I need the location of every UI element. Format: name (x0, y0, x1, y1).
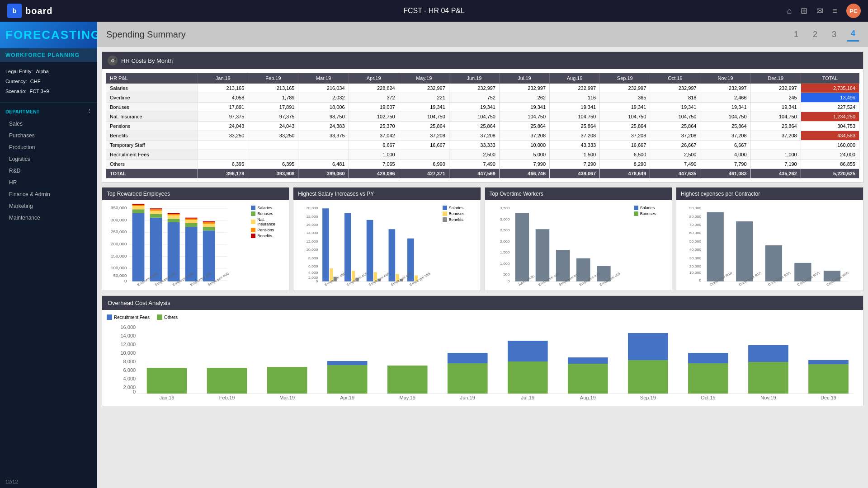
comment-icon[interactable]: ✉ (816, 6, 823, 16)
cell-value: 2,500 (449, 150, 499, 160)
top-rewarded-legend: Salaries Bonuses Nat. Insurance Pensions (249, 204, 285, 287)
svg-rect-130 (327, 361, 368, 365)
col-jul-19: Jul.19 (499, 73, 549, 84)
forecasting-label: FORECASTING (5, 28, 92, 42)
panel-icon: ⚙ (108, 56, 118, 66)
home-icon[interactable]: ⌂ (787, 6, 792, 16)
svg-rect-27 (168, 216, 180, 219)
sidebar-item-financeadmin[interactable]: Finance & Admin (0, 188, 97, 200)
sidebar-item-marketing[interactable]: Marketing (0, 200, 97, 212)
cell-value: 227,524 (801, 103, 859, 112)
page-tab-4[interactable]: 4 (847, 27, 859, 42)
svg-rect-134 (508, 361, 548, 394)
bonuses-label: Bonuses (257, 211, 273, 216)
page-title: FCST - HR 04 P&L (403, 7, 465, 15)
page-tab-2[interactable]: 2 (809, 28, 821, 41)
table-row: Nat. Insurance97,37597,37598,750102,7501… (106, 112, 859, 122)
benefits-color (251, 234, 255, 238)
svg-rect-39 (203, 221, 215, 222)
user-avatar[interactable]: PC (846, 4, 861, 18)
cell-value: 216,034 (298, 84, 349, 93)
sidebar-item-logistics[interactable]: Logistics (0, 153, 97, 165)
top-overtime-chart: 3,500 3,000 2,500 2,000 1,500 1,000 500 … (489, 204, 632, 287)
overhead-title: Overhead Cost Analysis (108, 300, 170, 306)
cell-value: 818 (650, 93, 700, 103)
svg-text:0: 0 (133, 389, 136, 394)
svg-rect-108 (765, 245, 782, 282)
cell-value: 5,220,625 (801, 169, 859, 178)
svg-rect-126 (147, 368, 187, 394)
col-nov-19: Nov.19 (700, 73, 750, 84)
svg-text:2,000: 2,000 (500, 240, 510, 244)
svg-rect-85 (515, 213, 529, 281)
highest-salary-panel: Highest Salary Increases vs PY 20,000 18… (293, 187, 481, 291)
pensions-color (251, 228, 255, 232)
main-content: Spending Summary 1234 ⚙ HR Costs By Mont… (97, 22, 868, 488)
sidebar-item-purchases[interactable]: Purchases (0, 130, 97, 141)
svg-text:60,000: 60,000 (689, 231, 701, 235)
overhead-panel: Overhead Cost Analysis Recruitment Fees … (102, 296, 863, 406)
cell-value: 97,375 (198, 112, 248, 122)
cell-value: 24,383 (298, 122, 349, 131)
department-options-icon[interactable]: ⋮ (87, 108, 92, 114)
logo-letter: b (13, 7, 17, 14)
hr-costs-table-container: HR P&LJan.19Feb.19Mar.19Apr.19May.19Jun.… (102, 69, 863, 182)
sidebar-item-rd[interactable]: R&D (0, 165, 97, 177)
svg-rect-131 (387, 366, 428, 394)
top-rewarded-panel: Top Rewarded Employees 350,000 300,000 2… (102, 187, 289, 291)
cell-value: 37,208 (650, 131, 700, 141)
svg-text:3,500: 3,500 (500, 206, 510, 210)
cell-value: 19,341 (550, 103, 600, 112)
cell-value: 434,583 (801, 131, 859, 141)
sidebar-item-production[interactable]: Production (0, 141, 97, 153)
svg-text:16,000: 16,000 (120, 325, 136, 330)
cell-value: 7,490 (650, 160, 700, 169)
svg-rect-33 (185, 219, 198, 220)
workforce-label: WORKFORCE PLANNING (5, 52, 92, 58)
svg-text:50,000: 50,000 (689, 240, 701, 244)
svg-text:Oct.19: Oct.19 (701, 395, 716, 400)
cell-value: 104,750 (650, 112, 700, 122)
svg-rect-36 (203, 227, 215, 230)
legal-entity: Legal Entity: Alpha (5, 66, 92, 76)
highest-expenses-body: 90,000 80,000 70,000 60,000 50,000 40,00… (676, 200, 863, 291)
cell-value: 19,341 (700, 103, 750, 112)
sidebar-item-hr[interactable]: HR (0, 177, 97, 188)
cell-value: 232,997 (600, 84, 650, 93)
cell-value: 37,208 (700, 131, 750, 141)
svg-rect-129 (327, 365, 368, 394)
cell-value: 19,341 (449, 103, 499, 112)
sidebar-item-maintenance[interactable]: Maintenance (0, 212, 97, 224)
svg-text:18,000: 18,000 (307, 215, 319, 218)
row-label: Salaries (106, 84, 198, 93)
cell-value (399, 150, 449, 160)
table-row: Overtime4,0581,7892,03237222175226211636… (106, 93, 859, 103)
cell-value (750, 141, 801, 150)
table-row: TOTAL396,178393,908399,060428,096427,371… (106, 169, 859, 178)
sidebar-item-sales[interactable]: Sales (0, 118, 97, 130)
cell-value: 396,178 (198, 169, 248, 178)
cell-value: 104,750 (449, 112, 499, 122)
svg-rect-29 (168, 213, 180, 214)
col-may-19: May.19 (399, 73, 449, 84)
svg-text:10,000: 10,000 (120, 351, 136, 356)
col-aug-19: Aug.19 (550, 73, 600, 84)
legend-ot-bon: Bonuses (634, 211, 666, 216)
page-tab-1[interactable]: 1 (790, 28, 802, 41)
svg-rect-127 (207, 368, 247, 394)
grid-icon[interactable]: ⊞ (801, 6, 807, 16)
nat-insurance-color (251, 220, 255, 224)
svg-rect-144 (808, 364, 849, 394)
svg-text:May.19: May.19 (399, 395, 415, 400)
cell-value: 7,190 (750, 160, 801, 169)
menu-icon[interactable]: ≡ (832, 6, 837, 16)
cell-value: 2,500 (650, 150, 700, 160)
col-total: TOTAL (801, 73, 859, 84)
cell-value: 33,333 (449, 141, 499, 150)
svg-text:70,000: 70,000 (689, 223, 701, 227)
col-oct-19: Oct.19 (650, 73, 700, 84)
nat-insurance-label: Nat. Insurance (257, 217, 283, 226)
cell-value: 447,569 (449, 169, 499, 178)
svg-rect-21 (150, 214, 162, 217)
page-tab-3[interactable]: 3 (828, 28, 840, 41)
